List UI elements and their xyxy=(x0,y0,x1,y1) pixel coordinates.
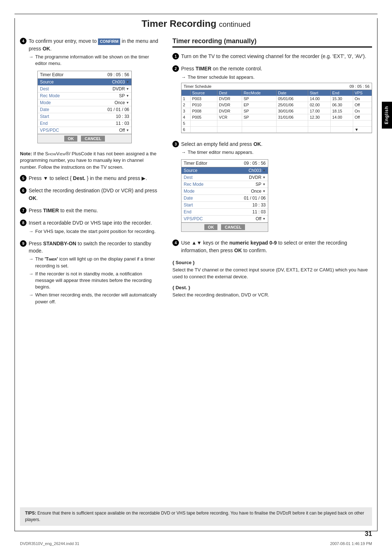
ts-body: 1 P003 DVDR SP 05/01/06 14.00 15.30 On xyxy=(181,96,372,133)
footer-right: 2007-08-01 1:46:19 PM xyxy=(330,541,372,546)
step-num-7: 7 xyxy=(20,207,26,214)
te-row-end: End 11 : 03 xyxy=(38,120,131,127)
left-column: 4 To confirm your entry, move to CONFIRM… xyxy=(20,37,162,310)
te-row-vpspdc: VPS/PDC Off ▼ xyxy=(38,127,131,134)
english-tab: English xyxy=(382,102,392,128)
te-time-1: 09 : 05 : 56 xyxy=(107,72,129,77)
step-num-2-right: 2 xyxy=(172,65,179,72)
step-9-content: Press STANDBY-ON to switch the recorder … xyxy=(29,240,162,307)
two-column-layout: 4 To confirm your entry, move to CONFIRM… xyxy=(20,37,372,310)
te-cancel-btn-1[interactable]: CANCEL xyxy=(81,136,105,142)
te-row-date: Date 01 / 01 / 06 xyxy=(38,106,131,113)
tips-box: TIPS: Ensure that there is sufficient sp… xyxy=(20,507,372,526)
te-time-2: 09 : 05 : 56 xyxy=(244,161,266,166)
left-border-line xyxy=(15,18,15,531)
tips-text: Ensure that there is sufficient space av… xyxy=(25,511,364,522)
page-content: Timer Recording continued 4 To confirm y… xyxy=(20,18,372,528)
step-8-content: Insert a recordable DVD or VHS tape into… xyxy=(29,219,162,236)
th-num xyxy=(181,90,191,96)
step-4-arrow-text: The programme information will be shown … xyxy=(35,54,162,67)
te-cancel-btn-2[interactable]: CANCEL xyxy=(221,224,245,230)
te2-row-recmode: Rec Mode SP ▼ xyxy=(181,181,268,188)
step-8-text: Insert a recordable DVD or VHS tape into… xyxy=(29,219,162,226)
te-row-recmode: Rec Mode SP ▼ xyxy=(38,93,131,99)
step-9-arrow-c-text: When timer recording ends, the recorder … xyxy=(35,292,162,305)
step-2-right: 2 Press TIMER on the remote control. → T… xyxy=(172,65,372,136)
footer-bar: DVDR3510V_eng_26244.indd 31 2007-08-01 1… xyxy=(20,541,372,546)
step-7-content: Press TIMER to exit the menu. xyxy=(29,207,162,216)
table-row: 3 P008 DVDR SP 30/01/06 17.00 18.15 On xyxy=(181,108,372,114)
step-6-text: Select the recording destination (DVD or… xyxy=(29,187,162,202)
step-9-arrow-a: → The 'Timer' icon will light up on the … xyxy=(29,256,162,269)
te-header-2: Timer Editor 09 : 05 : 56 xyxy=(181,160,268,167)
te-row-mode: Mode Once ▼ xyxy=(38,99,131,106)
te2-row-mode: Mode Once ▼ xyxy=(181,188,268,195)
step-1-text: Turn on the TV to the correct viewing ch… xyxy=(181,53,372,60)
te-row-source: Source Ch003 ▼ xyxy=(38,79,131,86)
step-4-arrow: → The programme information will be show… xyxy=(29,54,162,67)
te-label-1: Timer Editor xyxy=(40,72,64,77)
table-row: 4 P005 VCR SP 31/01/06 12.30 14.00 Off xyxy=(181,114,372,120)
th-source: Source xyxy=(191,90,217,96)
tips-label: TIPS: xyxy=(25,511,36,516)
confirm-button-ref: CONFIRM xyxy=(98,38,120,45)
source-title: { Source } xyxy=(172,260,372,265)
step-2-right-content: Press TIMER on the remote control. → The… xyxy=(181,65,372,136)
step-1-right-content: Turn on the TV to the correct viewing ch… xyxy=(181,53,372,61)
step-4-right-content: Use ▲▼ keys or the numeric keypad 0-9 to… xyxy=(181,239,372,255)
title-suffix: continued xyxy=(219,20,250,28)
step-8-arrow-text: For VHS tape, locate the start point pos… xyxy=(35,228,156,235)
step-4-left: 4 To confirm your entry, move to CONFIRM… xyxy=(20,37,162,147)
step-num-8: 8 xyxy=(20,220,26,226)
timer-schedule-table: Source Dest RecMode Date Start End VPS xyxy=(181,90,372,133)
step-2-arrow: → The timer schedule list appears. xyxy=(181,74,372,81)
page-number: 31 xyxy=(365,530,372,538)
step-9-arrow-b-text: If the recorder is not in standby mode, … xyxy=(35,271,162,291)
step-6: 6 Select the recording destination (DVD … xyxy=(20,187,162,203)
timer-editor-box-2: Timer Editor 09 : 05 : 56 Source Ch003 ▼… xyxy=(181,159,268,232)
te2-row-end: End 11 : 03 xyxy=(181,209,268,216)
table-row: 1 P003 DVDR SP 05/01/06 14.00 15.30 On xyxy=(181,96,372,102)
step-4-right-text: Use ▲▼ keys or the numeric keypad 0-9 to… xyxy=(181,239,372,254)
step-9: 9 Press STANDBY-ON to switch the recorde… xyxy=(20,240,162,307)
te-buttons-1: OK CANCEL xyxy=(38,134,131,143)
dest-info: { Dest. } Select the recording destinati… xyxy=(172,285,372,299)
step-2-text: Press TIMER on the remote control. xyxy=(181,65,372,72)
step-8-arrow: → For VHS tape, locate the start point p… xyxy=(29,228,162,235)
step-4-content: To confirm your entry, move to CONFIRM i… xyxy=(29,37,162,147)
footer-left: DVDR3510V_eng_26244.indd 31 xyxy=(20,541,79,546)
te-ok-btn-2[interactable]: OK xyxy=(204,224,218,230)
step-3-arrow-text: The timer editor menu appears. xyxy=(188,149,253,156)
th-vps: VPS xyxy=(353,90,372,96)
step-9-text: Press STANDBY-ON to switch the recorder … xyxy=(29,240,162,255)
te-row-start: Start 10 : 33 xyxy=(38,113,131,120)
step-5-content: Press ▼ to select { Dest. } in the menu … xyxy=(29,175,162,183)
step-num-6: 6 xyxy=(20,187,26,194)
table-row-empty-6: 6 ▼ xyxy=(181,126,372,132)
step-num-1-right: 1 xyxy=(172,53,179,60)
step-3-right-content: Select an empty field and press OK. → Th… xyxy=(181,140,372,235)
step-num-9: 9 xyxy=(20,240,26,247)
right-column: Timer recording (manually) 1 Turn on the… xyxy=(172,37,372,302)
step-3-text: Select an empty field and press OK. xyxy=(181,140,372,148)
te2-row-dest: Dest DVDR ▼ xyxy=(181,174,268,181)
step-4-text: To confirm your entry, move to CONFIRM i… xyxy=(29,37,162,52)
timer-editor-box-1: Timer Editor 09 : 05 : 56 Source Ch003 ▼… xyxy=(37,71,132,143)
te-row-dest: Dest DVDR ▼ xyxy=(38,86,131,93)
th-recmode: RecMode xyxy=(242,90,277,96)
th-end: End xyxy=(331,90,353,96)
th-dest: Dest xyxy=(217,90,242,96)
step-5-text: Press ▼ to select { Dest. } in the menu … xyxy=(29,175,162,182)
step-7: 7 Press TIMER to exit the menu. xyxy=(20,207,162,216)
te2-row-start: Start 10 : 33 xyxy=(181,202,268,209)
step-3-right: 3 Select an empty field and press OK. → … xyxy=(172,140,372,235)
step-5: 5 Press ▼ to select { Dest. } in the men… xyxy=(20,175,162,183)
te-ok-btn-1[interactable]: OK xyxy=(64,136,78,142)
right-border-line xyxy=(377,18,377,531)
te2-row-source: Source Ch003 ▼ xyxy=(181,167,268,174)
th-date: Date xyxy=(276,90,308,96)
timer-schedule-box: Timer Schedule 09 : 05 : 56 Source Dest … xyxy=(181,83,372,133)
ts-time: 09 : 05 : 56 xyxy=(350,84,369,89)
th-start: Start xyxy=(308,90,331,96)
step-9-arrow-b: → If the recorder is not in standby mode… xyxy=(29,271,162,291)
